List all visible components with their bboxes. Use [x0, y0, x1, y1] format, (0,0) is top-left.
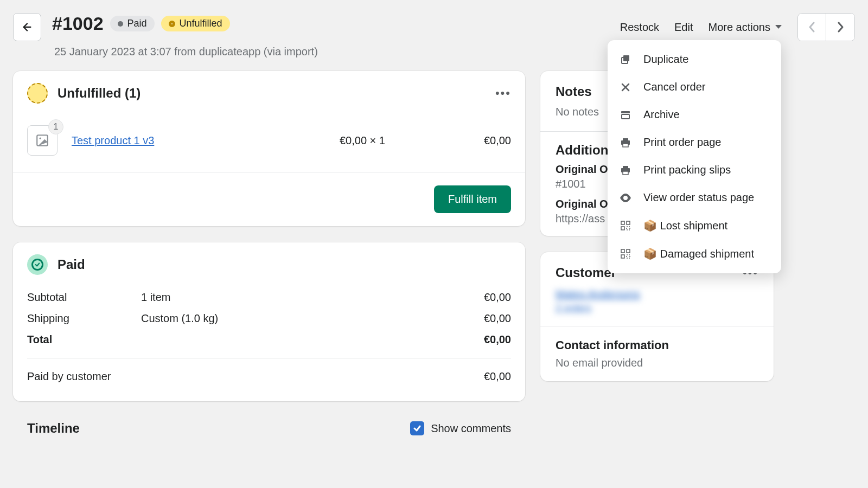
package-icon: 📦: [643, 248, 657, 260]
fulfill-item-button[interactable]: Fulfill item: [434, 185, 511, 213]
svg-rect-9: [623, 138, 628, 140]
svg-rect-21: [621, 255, 624, 258]
caret-down-icon: [775, 24, 782, 30]
pager-prev-button: [798, 14, 826, 41]
svg-rect-12: [623, 166, 628, 168]
print-icon: [620, 137, 631, 148]
menu-item-cancel[interactable]: Cancel order: [608, 73, 781, 101]
shipping-label: Shipping: [27, 312, 141, 325]
product-link[interactable]: Test product 1 v3: [72, 134, 326, 147]
more-actions-button[interactable]: More actions: [709, 21, 783, 34]
subtotal-value: €0,00: [484, 291, 511, 304]
eye-icon: [620, 194, 631, 202]
svg-rect-7: [621, 111, 630, 113]
status-badge-unfulfilled: Unfulfilled: [161, 16, 230, 31]
subtotal-detail: 1 item: [141, 291, 484, 304]
arrow-left-icon: [21, 21, 33, 33]
dot-icon: [118, 21, 123, 27]
show-comments-toggle[interactable]: Show comments: [410, 421, 511, 435]
paid-card: Paid Subtotal 1 item €0,00 Shipping Cust…: [13, 242, 525, 401]
restock-action[interactable]: Restock: [620, 21, 659, 34]
customer-orders-link[interactable]: 2 orders: [556, 303, 758, 314]
svg-rect-11: [623, 144, 628, 147]
line-total: €0,00: [446, 134, 511, 147]
svg-point-2: [40, 138, 41, 139]
line-item: 1 Test product 1 v3 €0,00 × 1 €0,00: [13, 115, 525, 172]
svg-rect-15: [621, 221, 624, 224]
unfulfilled-title: Unfulfilled (1): [58, 86, 495, 101]
subtotal-label: Subtotal: [27, 291, 141, 304]
timeline-title: Timeline: [27, 421, 410, 436]
check-icon: [35, 262, 40, 267]
svg-rect-20: [627, 249, 630, 253]
app-icon: [620, 221, 631, 230]
image-placeholder-icon: [35, 133, 49, 147]
pager-next-button[interactable]: [826, 14, 854, 41]
shipping-detail: Custom (1.0 kg): [141, 312, 484, 325]
print-icon: [620, 165, 631, 176]
svg-rect-19: [621, 249, 624, 253]
paid-title: Paid: [58, 257, 511, 272]
app-icon: [620, 249, 631, 259]
total-label: Total: [27, 333, 141, 346]
paid-by-customer-value: €0,00: [484, 370, 511, 383]
svg-rect-16: [627, 221, 630, 224]
product-thumbnail: 1: [27, 125, 58, 156]
svg-rect-17: [621, 227, 624, 230]
chevron-right-icon: [837, 21, 844, 33]
svg-rect-22: [627, 255, 630, 258]
chevron-left-icon: [808, 21, 816, 33]
menu-item-damaged-shipment[interactable]: 📦 Damaged shipment: [608, 240, 781, 268]
unfulfilled-card: Unfulfilled (1) ••• 1 Test product 1 v3 …: [13, 71, 525, 226]
checkbox-checked-icon: [410, 421, 424, 435]
unfulfilled-icon: [27, 83, 48, 104]
menu-item-archive[interactable]: Archive: [608, 101, 781, 129]
edit-action[interactable]: Edit: [674, 21, 693, 34]
svg-rect-18: [627, 227, 630, 230]
back-button[interactable]: [13, 13, 41, 41]
pager: [797, 13, 855, 41]
page-title: #1002: [52, 13, 104, 34]
menu-item-duplicate[interactable]: Duplicate: [608, 46, 781, 73]
card-more-button[interactable]: •••: [495, 86, 511, 100]
package-icon: 📦: [643, 220, 657, 232]
quantity-badge: 1: [48, 119, 63, 134]
line-price: €0,00 × 1: [340, 134, 432, 147]
more-actions-menu: Duplicate Cancel order Archive Print ord…: [608, 40, 781, 273]
status-badge-paid: Paid: [110, 16, 155, 31]
close-icon: [620, 82, 631, 92]
total-value: €0,00: [484, 333, 511, 346]
menu-item-view-status[interactable]: View order status page: [608, 184, 781, 211]
paid-icon: [27, 254, 48, 275]
menu-item-print-packing[interactable]: Print packing slips: [608, 156, 781, 184]
contact-info-title: Contact information: [556, 338, 758, 352]
menu-item-print-order[interactable]: Print order page: [608, 129, 781, 156]
paid-by-customer-label: Paid by customer: [27, 370, 484, 383]
timeline-header: Timeline Show comments: [13, 421, 525, 436]
customer-name-link[interactable]: Mateo Andersons: [556, 288, 758, 300]
svg-rect-3: [623, 55, 629, 61]
shipping-value: €0,00: [484, 312, 511, 325]
svg-rect-8: [622, 114, 629, 119]
contact-info-value: No email provided: [556, 357, 758, 369]
archive-icon: [620, 110, 631, 120]
duplicate-icon: [620, 54, 631, 65]
svg-rect-14: [623, 171, 628, 175]
menu-item-lost-shipment[interactable]: 📦 Lost shipment: [608, 211, 781, 240]
ring-icon: [169, 21, 175, 27]
